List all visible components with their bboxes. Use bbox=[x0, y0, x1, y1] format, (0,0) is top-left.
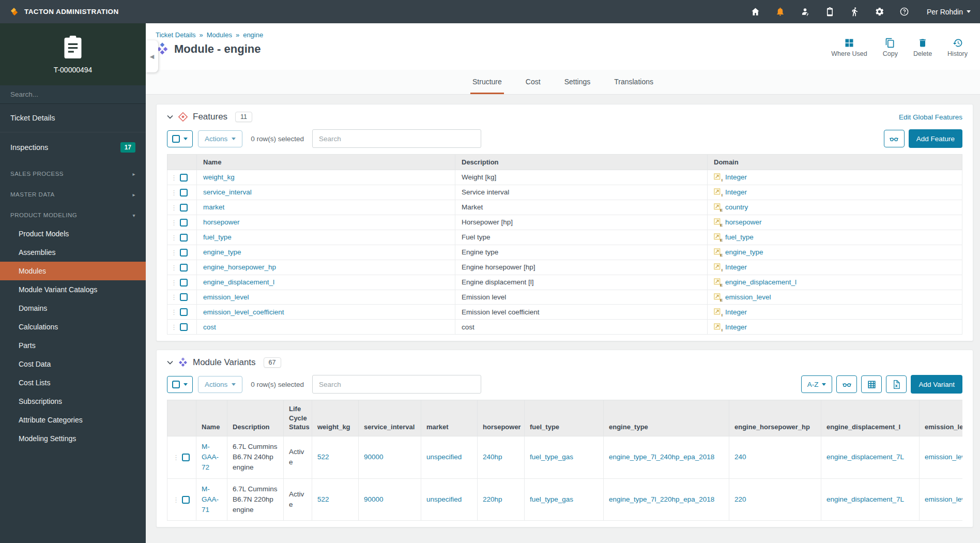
variant-engine-type-link[interactable]: engine_type_7l_240hp_epa_2018 bbox=[609, 453, 714, 461]
column-header-name[interactable]: Name bbox=[197, 155, 455, 170]
feature-name-link[interactable]: fuel_type bbox=[203, 233, 232, 241]
add-feature-button[interactable]: Add Feature bbox=[909, 129, 962, 148]
sidebar-item-assemblies[interactable]: Assemblies bbox=[0, 243, 146, 262]
column-header-weight-kg[interactable]: weight_kg bbox=[312, 400, 359, 436]
collapse-panel-button[interactable]: ◀ bbox=[146, 40, 158, 72]
column-header-horsepower[interactable]: horsepower bbox=[478, 400, 525, 436]
collapse-features-button[interactable] bbox=[167, 115, 173, 119]
feature-name-link[interactable]: service_interval bbox=[203, 188, 252, 196]
sidebar-item-attribute-categories[interactable]: Attribute Categories bbox=[0, 411, 146, 429]
select-all-checkbox[interactable] bbox=[172, 135, 180, 143]
user-menu[interactable]: Per Rohdin bbox=[927, 8, 971, 16]
drag-handle-icon[interactable]: ⋮ bbox=[171, 323, 177, 331]
breadcrumb-link-engine[interactable]: engine bbox=[243, 31, 263, 39]
drag-handle-icon[interactable]: ⋮ bbox=[171, 308, 177, 316]
drag-handle-icon[interactable]: ⋮ bbox=[171, 249, 177, 257]
drag-handle-icon[interactable]: ⋮ bbox=[173, 495, 179, 505]
domain-link[interactable]: Integer bbox=[725, 263, 747, 271]
help-icon[interactable] bbox=[895, 4, 914, 20]
variant-emission-level-link[interactable]: emission_level_e bbox=[925, 495, 962, 503]
feature-name-link[interactable]: engine_type bbox=[203, 248, 241, 256]
sidebar-item-cost-data[interactable]: Cost Data bbox=[0, 355, 146, 373]
column-header-service-interval[interactable]: service_interval bbox=[359, 400, 421, 436]
domain-link[interactable]: engine_displacement_l bbox=[725, 278, 797, 286]
tab-structure[interactable]: Structure bbox=[472, 70, 502, 94]
row-checkbox[interactable] bbox=[180, 219, 188, 227]
variant-market-link[interactable]: unspecified bbox=[426, 453, 462, 461]
variant-engine-type-link[interactable]: engine_type_7l_220hp_epa_2018 bbox=[609, 495, 714, 503]
drag-handle-icon[interactable]: ⋮ bbox=[171, 279, 177, 286]
feature-name-link[interactable]: horsepower bbox=[203, 218, 240, 226]
row-checkbox[interactable] bbox=[180, 249, 188, 257]
breadcrumb-link-modules[interactable]: Modules bbox=[207, 31, 232, 39]
domain-link[interactable]: Integer bbox=[725, 323, 747, 331]
row-checkbox[interactable] bbox=[180, 204, 188, 212]
domain-link[interactable]: Integer bbox=[725, 188, 747, 196]
column-header-description[interactable]: Description bbox=[227, 400, 284, 436]
domain-link[interactable]: horsepower bbox=[725, 218, 762, 226]
sidebar-item-product-models[interactable]: Product Models bbox=[0, 224, 146, 243]
domain-link[interactable]: Integer bbox=[725, 173, 747, 181]
variant-emission-level-link[interactable]: emission_level_e bbox=[925, 453, 962, 461]
select-all-dropdown[interactable] bbox=[167, 130, 193, 147]
row-checkbox[interactable] bbox=[180, 293, 188, 301]
sidebar-item-modeling-settings[interactable]: Modeling Settings bbox=[0, 429, 146, 448]
tab-translations[interactable]: Translations bbox=[614, 70, 653, 94]
variants-search-input[interactable] bbox=[312, 375, 481, 394]
tab-cost[interactable]: Cost bbox=[526, 70, 541, 94]
sidebar-search-input[interactable] bbox=[0, 90, 146, 98]
row-checkbox[interactable] bbox=[180, 174, 188, 182]
drag-handle-icon[interactable]: ⋮ bbox=[171, 204, 177, 212]
variant-weight-link[interactable]: 522 bbox=[317, 453, 329, 461]
column-header-emission-level[interactable]: emission_level bbox=[920, 400, 963, 436]
row-checkbox[interactable] bbox=[180, 323, 188, 331]
drag-handle-icon[interactable]: ⋮ bbox=[171, 293, 177, 301]
sidebar-section-sales-process[interactable]: SALES PROCESS▸ bbox=[0, 162, 146, 183]
sidebar-section-master-data[interactable]: MASTER DATA▸ bbox=[0, 183, 146, 204]
variant-weight-link[interactable]: 522 bbox=[317, 495, 329, 503]
row-checkbox[interactable] bbox=[180, 264, 188, 272]
variant-name-link[interactable]: M-GAA-72 bbox=[202, 443, 219, 472]
row-checkbox[interactable] bbox=[180, 279, 188, 286]
variant-fuel-type-link[interactable]: fuel_type_gas bbox=[530, 453, 573, 461]
domain-link[interactable]: engine_type bbox=[725, 248, 763, 256]
feature-name-link[interactable]: cost bbox=[203, 323, 216, 331]
sidebar-item-cost-lists[interactable]: Cost Lists bbox=[0, 373, 146, 392]
domain-link[interactable]: fuel_type bbox=[725, 233, 754, 241]
variant-engine-displacement-link[interactable]: engine_displacement_7L bbox=[826, 495, 904, 503]
sidebar-item-module-variant-catalogs[interactable]: Module Variant Catalogs bbox=[0, 280, 146, 299]
domain-link[interactable]: country bbox=[725, 203, 748, 211]
feature-name-link[interactable]: weight_kg bbox=[203, 173, 235, 181]
column-header-engine-displacement-l[interactable]: engine_displacement_l bbox=[821, 400, 920, 436]
drag-handle-icon[interactable]: ⋮ bbox=[171, 219, 177, 227]
column-header-market[interactable]: market bbox=[421, 400, 478, 436]
tab-settings[interactable]: Settings bbox=[564, 70, 591, 94]
view-options-button[interactable] bbox=[836, 375, 857, 393]
variant-engine-horsepower-link[interactable]: 220 bbox=[734, 495, 746, 503]
actions-dropdown[interactable]: Actions bbox=[198, 376, 242, 393]
drag-handle-icon[interactable]: ⋮ bbox=[173, 452, 179, 463]
sort-dropdown[interactable]: A-Z bbox=[801, 375, 833, 393]
collapse-variants-button[interactable] bbox=[167, 360, 173, 365]
row-checkbox[interactable] bbox=[180, 234, 188, 242]
sidebar-item-inspections[interactable]: Inspections17 bbox=[0, 132, 146, 162]
copy-button[interactable]: Copy bbox=[883, 38, 898, 57]
sidebar-item-subscriptions[interactable]: Subscriptions bbox=[0, 392, 146, 411]
domain-link[interactable]: emission_level bbox=[725, 293, 771, 301]
row-checkbox[interactable] bbox=[182, 454, 190, 461]
variant-fuel-type-link[interactable]: fuel_type_gas bbox=[530, 495, 573, 503]
features-search-input[interactable] bbox=[312, 129, 481, 148]
column-header-domain[interactable]: Domain bbox=[708, 155, 962, 170]
variant-service-interval-link[interactable]: 90000 bbox=[364, 453, 384, 461]
view-options-button[interactable] bbox=[884, 130, 905, 147]
sidebar-item-ticket-details[interactable]: Ticket Details bbox=[0, 104, 146, 132]
row-checkbox[interactable] bbox=[180, 189, 188, 197]
column-header-description[interactable]: Description bbox=[455, 155, 708, 170]
export-excel-button[interactable] bbox=[886, 375, 907, 393]
feature-name-link[interactable]: emission_level_coefficient bbox=[203, 308, 284, 316]
feature-name-link[interactable]: market bbox=[203, 203, 224, 211]
sidebar-item-domains[interactable]: Domains bbox=[0, 299, 146, 318]
feature-name-link[interactable]: emission_level bbox=[203, 293, 249, 301]
drag-handle-icon[interactable]: ⋮ bbox=[171, 264, 177, 272]
domain-link[interactable]: Integer bbox=[725, 308, 747, 316]
